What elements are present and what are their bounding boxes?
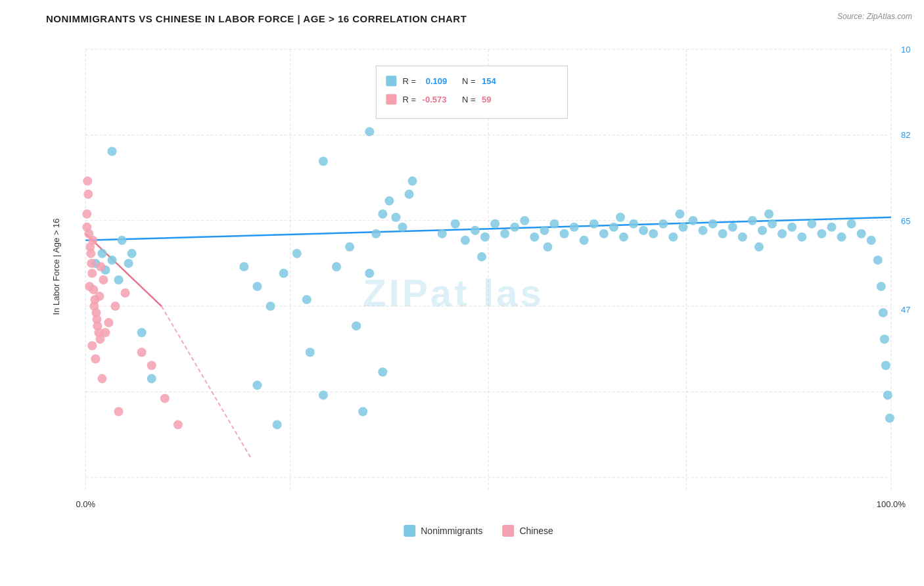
svg-point-136 [83, 190, 93, 199]
legend-box-chinese [502, 525, 514, 537]
svg-text:ZIPat las: ZIPat las [363, 271, 544, 314]
svg-point-43 [147, 374, 156, 383]
svg-point-65 [252, 380, 262, 390]
svg-point-145 [114, 407, 123, 416]
svg-point-89 [639, 226, 648, 235]
svg-point-143 [91, 354, 100, 363]
svg-point-126 [82, 210, 91, 219]
svg-point-110 [847, 219, 856, 229]
svg-point-47 [352, 321, 361, 330]
svg-text:R =: R = [402, 95, 416, 104]
svg-point-150 [82, 223, 91, 232]
svg-point-72 [471, 226, 480, 235]
svg-point-64 [302, 295, 312, 304]
svg-point-68 [319, 390, 328, 399]
svg-point-117 [881, 361, 890, 370]
svg-text:82.5%: 82.5% [901, 130, 911, 140]
svg-point-139 [89, 302, 99, 311]
svg-point-61 [266, 302, 275, 311]
svg-point-77 [520, 216, 529, 225]
svg-point-91 [658, 219, 668, 229]
svg-point-158 [96, 262, 105, 271]
svg-point-40 [127, 249, 137, 258]
svg-point-38 [117, 236, 126, 245]
svg-point-149 [121, 288, 130, 298]
svg-text:In Labor Force | Age > 16: In Labor Force | Age > 16 [51, 218, 61, 315]
svg-point-57 [358, 407, 367, 416]
svg-point-36 [107, 256, 116, 265]
svg-point-46 [345, 242, 354, 252]
svg-text:0.109: 0.109 [426, 76, 448, 86]
svg-point-103 [777, 229, 787, 238]
svg-point-87 [619, 233, 628, 242]
svg-rect-19 [386, 76, 396, 86]
svg-point-63 [292, 249, 302, 258]
svg-point-56 [365, 127, 374, 136]
chart-title: NONIMMIGRANTS VS CHINESE IN LABOR FORCE … [46, 13, 911, 24]
chart-area: 100.0% 82.5% 65.0% 47.5% 0.0% 100.0% In … [46, 30, 911, 543]
svg-point-109 [837, 233, 846, 242]
svg-point-115 [879, 308, 888, 317]
scatter-chart: 100.0% 82.5% 65.0% 47.5% 0.0% 100.0% In … [46, 30, 911, 543]
svg-point-112 [867, 236, 876, 245]
svg-point-50 [378, 210, 387, 219]
svg-point-148 [110, 302, 120, 311]
svg-point-37 [114, 275, 123, 284]
svg-point-96 [708, 219, 718, 229]
svg-point-108 [827, 223, 836, 232]
svg-point-82 [570, 223, 579, 232]
svg-point-49 [371, 229, 381, 238]
svg-point-86 [609, 223, 618, 232]
svg-point-140 [92, 315, 101, 324]
svg-point-138 [87, 259, 96, 268]
svg-point-97 [718, 229, 728, 238]
svg-point-71 [461, 236, 470, 245]
svg-point-153 [137, 348, 147, 357]
svg-point-107 [817, 229, 826, 238]
svg-point-102 [768, 219, 777, 229]
legend-label-nonimmigrants: Nonimmigrants [421, 526, 482, 536]
svg-line-31 [162, 306, 251, 458]
svg-point-42 [137, 328, 147, 337]
svg-rect-24 [386, 94, 396, 104]
svg-point-129 [87, 269, 97, 278]
svg-point-55 [408, 177, 417, 186]
svg-point-155 [160, 394, 170, 403]
legend-item-nonimmigrants: Nonimmigrants [404, 525, 482, 537]
svg-point-39 [124, 259, 133, 268]
svg-point-88 [629, 219, 638, 229]
svg-text:100.0%: 100.0% [877, 499, 906, 509]
svg-text:-0.573: -0.573 [423, 95, 447, 104]
svg-point-66 [273, 420, 282, 430]
svg-point-85 [599, 229, 609, 238]
svg-point-121 [764, 210, 774, 219]
svg-point-51 [384, 196, 394, 206]
svg-point-52 [391, 213, 400, 222]
svg-text:100.0%: 100.0% [901, 45, 911, 55]
svg-point-156 [173, 420, 183, 430]
svg-point-93 [678, 223, 687, 232]
legend-box-nonimmigrants [404, 525, 415, 537]
svg-point-157 [88, 236, 97, 245]
svg-point-100 [748, 216, 757, 225]
svg-point-75 [500, 229, 509, 238]
svg-text:47.5%: 47.5% [901, 305, 911, 315]
svg-point-142 [87, 341, 97, 350]
svg-point-67 [306, 348, 315, 357]
svg-point-90 [649, 229, 658, 238]
svg-point-120 [754, 242, 764, 252]
svg-point-111 [857, 229, 866, 238]
svg-point-74 [490, 219, 499, 229]
legend-item-chinese: Chinese [502, 525, 553, 537]
svg-point-58 [378, 367, 387, 376]
svg-point-152 [83, 177, 92, 186]
svg-point-119 [885, 413, 894, 422]
svg-point-123 [616, 213, 625, 222]
svg-text:N =: N = [462, 76, 476, 86]
svg-text:154: 154 [482, 76, 497, 86]
legend-label-chinese: Chinese [519, 526, 553, 536]
svg-point-125 [477, 252, 486, 261]
svg-point-70 [451, 219, 460, 229]
svg-point-76 [510, 223, 519, 232]
svg-point-154 [147, 361, 156, 370]
